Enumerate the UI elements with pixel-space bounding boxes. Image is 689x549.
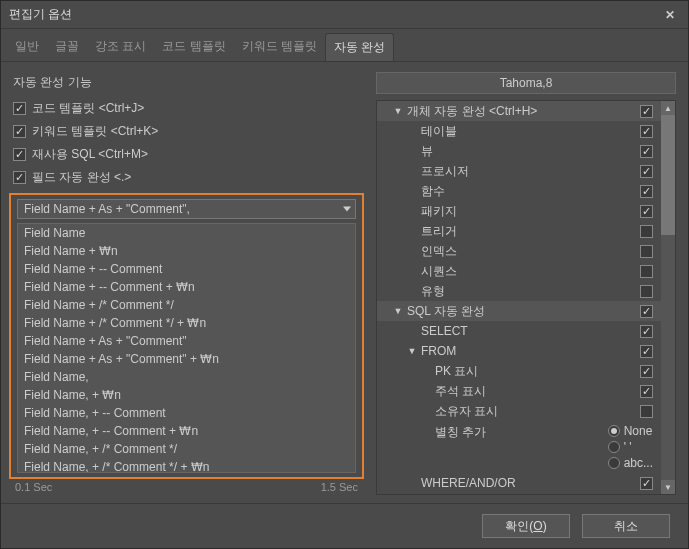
check-label: 키워드 템플릿 <Ctrl+K>: [32, 123, 158, 140]
tree-label: 별칭 추가: [433, 424, 604, 441]
tree-label: SELECT: [419, 324, 640, 338]
tree-checkbox[interactable]: [640, 325, 653, 338]
tree-checkbox[interactable]: [640, 405, 653, 418]
tree-row: 주석 표시: [377, 381, 661, 401]
radio-label: None: [624, 424, 653, 438]
radio-label: abc...: [624, 456, 653, 470]
tab-5[interactable]: 자동 완성: [325, 33, 394, 61]
scrollbar-thumb[interactable]: [661, 115, 675, 235]
tree-row: 별칭 추가None' 'abc...: [377, 421, 661, 473]
tab-bar: 일반글꼴강조 표시코드 템플릿키워드 템플릿자동 완성: [1, 29, 688, 62]
expand-icon[interactable]: ▼: [391, 106, 405, 116]
list-item[interactable]: Field Name + ₩n: [18, 242, 355, 260]
tree-label: 인덱스: [419, 243, 640, 260]
field-format-box: Field Name + As + "Comment", Field NameF…: [9, 193, 364, 479]
list-item[interactable]: Field Name + -- Comment + ₩n: [18, 278, 355, 296]
list-item[interactable]: Field Name + /* Comment */ + ₩n: [18, 314, 355, 332]
tree-checkbox[interactable]: [640, 305, 653, 318]
tree-checkbox[interactable]: [640, 245, 653, 258]
tree-row: 트리거: [377, 221, 661, 241]
list-item[interactable]: Field Name, + /* Comment */: [18, 440, 355, 458]
tree-label: SQL 자동 완성: [405, 303, 640, 320]
tree-label: 패키지: [419, 203, 640, 220]
check-label: 재사용 SQL <Ctrl+M>: [32, 146, 148, 163]
scroll-up-button[interactable]: ▲: [661, 101, 675, 115]
tree-checkbox[interactable]: [640, 345, 653, 358]
check-label: 코드 템플릿 <Ctrl+J>: [32, 100, 144, 117]
tab-0[interactable]: 일반: [7, 33, 47, 61]
expand-icon[interactable]: ▼: [405, 346, 419, 356]
delay-min: 0.1 Sec: [15, 481, 52, 493]
list-item[interactable]: Field Name + -- Comment: [18, 260, 355, 278]
dropdown-value: Field Name + As + "Comment",: [24, 202, 190, 216]
tree-label: FROM: [419, 344, 640, 358]
tab-3[interactable]: 코드 템플릿: [154, 33, 233, 61]
radio[interactable]: [608, 457, 620, 469]
tree-row: ▼SQL 자동 완성: [377, 301, 661, 321]
options-tree: ▼개체 자동 완성 <Ctrl+H>테이블뷰프로시저함수패키지트리거인덱스시퀀스…: [376, 100, 676, 495]
checkbox[interactable]: [13, 125, 26, 138]
tree-checkbox[interactable]: [640, 225, 653, 238]
tree-checkbox[interactable]: [640, 185, 653, 198]
checkbox[interactable]: [13, 171, 26, 184]
radio-row: None: [608, 424, 653, 438]
tree-checkbox[interactable]: [640, 165, 653, 178]
tree-checkbox[interactable]: [640, 205, 653, 218]
tree-checkbox[interactable]: [640, 265, 653, 278]
field-format-dropdown[interactable]: Field Name + As + "Comment",: [17, 199, 356, 219]
list-item[interactable]: Field Name,: [18, 368, 355, 386]
delay-max: 1.5 Sec: [321, 481, 358, 493]
tree-checkbox[interactable]: [640, 385, 653, 398]
tree-row: 함수: [377, 181, 661, 201]
tree-checkbox[interactable]: [640, 145, 653, 158]
list-item[interactable]: Field Name: [18, 224, 355, 242]
checkbox[interactable]: [13, 148, 26, 161]
tree-row: 소유자 표시: [377, 401, 661, 421]
chevron-down-icon: [343, 207, 351, 212]
cancel-label: 취소: [614, 518, 638, 535]
tree-checkbox[interactable]: [640, 285, 653, 298]
tree-row: 프로시저: [377, 161, 661, 181]
list-item[interactable]: Field Name, + ₩n: [18, 386, 355, 404]
scrollbar[interactable]: ▲ ▼: [661, 101, 675, 494]
checkbox[interactable]: [13, 102, 26, 115]
radio[interactable]: [608, 441, 620, 453]
tree-label: 테이블: [419, 123, 640, 140]
list-item[interactable]: Field Name, + -- Comment + ₩n: [18, 422, 355, 440]
field-format-listbox[interactable]: Field NameField Name + ₩nField Name + --…: [17, 223, 356, 473]
tree-checkbox[interactable]: [640, 125, 653, 138]
tree-checkbox[interactable]: [640, 365, 653, 378]
tab-1[interactable]: 글꼴: [47, 33, 87, 61]
list-item[interactable]: Field Name + As + "Comment": [18, 332, 355, 350]
close-button[interactable]: ✕: [660, 5, 680, 25]
tab-2[interactable]: 강조 표시: [87, 33, 154, 61]
tree-label: 시퀀스: [419, 263, 640, 280]
tree-row: 인덱스: [377, 241, 661, 261]
tree-label: 주석 표시: [433, 383, 640, 400]
list-item[interactable]: Field Name, + -- Comment: [18, 404, 355, 422]
font-selector[interactable]: Tahoma,8: [376, 72, 676, 94]
expand-icon[interactable]: ▼: [391, 306, 405, 316]
tree-label: 뷰: [419, 143, 640, 160]
ok-button[interactable]: 확인(O): [482, 514, 570, 538]
list-item[interactable]: Field Name + As + "Comment" + ₩n: [18, 350, 355, 368]
tree-row: ▼FROM: [377, 341, 661, 361]
tree-label: 트리거: [419, 223, 640, 240]
scroll-down-button[interactable]: ▼: [661, 480, 675, 494]
tab-4[interactable]: 키워드 템플릿: [234, 33, 325, 61]
tree-checkbox[interactable]: [640, 477, 653, 490]
tree-checkbox[interactable]: [640, 105, 653, 118]
tree-label: 함수: [419, 183, 640, 200]
tree-row: 유형: [377, 281, 661, 301]
list-item[interactable]: Field Name + /* Comment */: [18, 296, 355, 314]
radio-row: abc...: [608, 456, 653, 470]
tree-row: 시퀀스: [377, 261, 661, 281]
font-label: Tahoma,8: [500, 76, 553, 90]
ok-label: 확인(O): [505, 518, 546, 535]
tree-label: 개체 자동 완성 <Ctrl+H>: [405, 103, 640, 120]
tree-row: 뷰: [377, 141, 661, 161]
radio[interactable]: [608, 425, 620, 437]
cancel-button[interactable]: 취소: [582, 514, 670, 538]
tree-label: PK 표시: [433, 363, 640, 380]
list-item[interactable]: Field Name, + /* Comment */ + ₩n: [18, 458, 355, 473]
